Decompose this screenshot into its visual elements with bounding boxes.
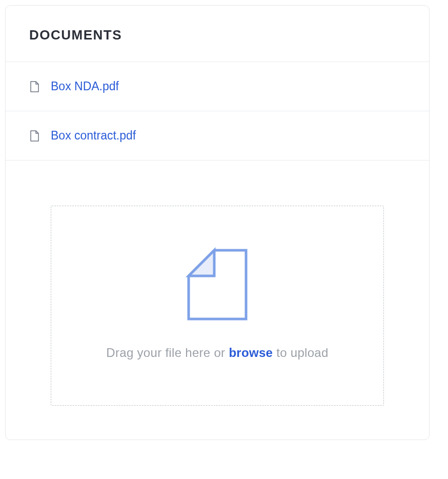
document-name: Box NDA.pdf [51, 79, 119, 93]
dropzone-prompt-prefix: Drag your file here or [106, 346, 229, 360]
dropzone-prompt: Drag your file here or browse to upload [62, 346, 373, 360]
file-dropzone[interactable]: Drag your file here or browse to upload [51, 206, 384, 406]
panel-title: DOCUMENTS [29, 27, 405, 43]
panel-header: DOCUMENTS [6, 6, 429, 62]
dropzone-prompt-suffix: to upload [273, 346, 328, 360]
file-icon [29, 130, 39, 142]
upload-file-icon [186, 247, 249, 324]
documents-panel: DOCUMENTS Box NDA.pdf Box contract.pdf [5, 5, 430, 440]
file-icon [29, 81, 39, 92]
browse-link[interactable]: browse [229, 346, 273, 360]
document-row[interactable]: Box NDA.pdf [6, 62, 429, 111]
upload-area-container: Drag your file here or browse to upload [6, 161, 429, 440]
document-row[interactable]: Box contract.pdf [6, 111, 429, 161]
document-name: Box contract.pdf [51, 129, 136, 143]
document-list: Box NDA.pdf Box contract.pdf [6, 62, 429, 161]
